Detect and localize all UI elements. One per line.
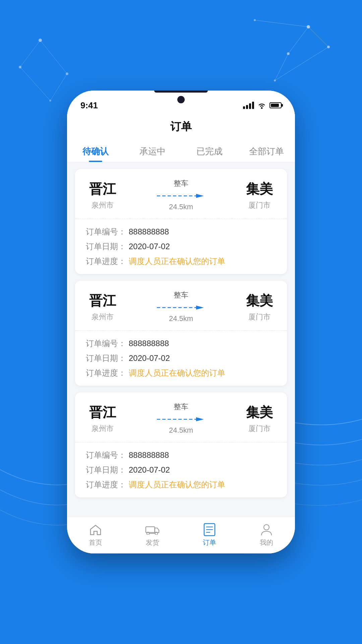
order-list[interactable]: 晋江 泉州市 整车 24.5km 集美 厦门市 bbox=[67, 162, 295, 517]
route-middle: 整车 24.5km bbox=[119, 290, 243, 323]
nav-mine[interactable]: 我的 bbox=[238, 517, 295, 553]
svg-line-18 bbox=[50, 74, 67, 101]
order-route: 晋江 泉州市 整车 24.5km 集美 厦门市 bbox=[75, 392, 287, 442]
status-time: 9:41 bbox=[80, 100, 98, 111]
svg-marker-25 bbox=[196, 417, 204, 421]
status-bar: 9:41 bbox=[67, 91, 295, 114]
svg-point-4 bbox=[254, 19, 256, 21]
wifi-icon bbox=[257, 102, 266, 109]
page-title: 订单 bbox=[67, 119, 295, 134]
status-icons bbox=[243, 102, 282, 109]
order-icon bbox=[202, 523, 217, 536]
svg-point-12 bbox=[19, 66, 21, 68]
order-route: 晋江 泉州市 整车 24.5km 集美 厦门市 bbox=[75, 169, 287, 219]
svg-point-13 bbox=[66, 72, 68, 75]
nav-ship-label: 发货 bbox=[146, 538, 159, 547]
tab-bar: 待确认 承运中 已完成 全部订单 bbox=[67, 140, 295, 162]
tab-all[interactable]: 全部订单 bbox=[238, 140, 295, 162]
tab-shipping[interactable]: 承运中 bbox=[124, 140, 181, 162]
order-date-row: 订单日期： 2020-07-02 bbox=[86, 465, 276, 475]
svg-point-14 bbox=[49, 100, 51, 102]
bottom-nav: 首页 发货 bbox=[67, 517, 295, 553]
phone-notch bbox=[154, 91, 208, 93]
home-icon bbox=[88, 523, 103, 536]
svg-line-8 bbox=[255, 20, 308, 27]
svg-rect-26 bbox=[146, 527, 155, 532]
route-middle: 整车 24.5km bbox=[119, 178, 243, 211]
order-number-row: 订单编号： 888888888 bbox=[86, 450, 276, 461]
profile-icon bbox=[259, 523, 274, 536]
nav-ship[interactable]: 发货 bbox=[124, 517, 181, 553]
svg-line-17 bbox=[20, 67, 50, 101]
order-info: 订单编号： 888888888 订单日期： 2020-07-02 订单进度： 调… bbox=[75, 331, 287, 386]
order-card[interactable]: 晋江 泉州市 整车 24.5km 集美 厦门市 bbox=[75, 169, 287, 274]
svg-point-19 bbox=[261, 107, 263, 109]
route-arrow-icon bbox=[154, 303, 208, 312]
order-date-row: 订单日期： 2020-07-02 bbox=[86, 353, 276, 364]
route-arrow-icon bbox=[154, 191, 208, 201]
svg-point-1 bbox=[307, 25, 310, 29]
nav-order-label: 订单 bbox=[203, 538, 216, 547]
order-status-row: 订单进度： 调度人员正在确认您的订单 bbox=[86, 479, 276, 490]
svg-line-10 bbox=[275, 47, 328, 80]
app-content: 订单 待确认 承运中 已完成 全部订单 bbox=[67, 114, 295, 517]
order-card[interactable]: 晋江 泉州市 整车 24.5km 集美 厦门市 bbox=[75, 281, 287, 386]
svg-marker-23 bbox=[196, 306, 204, 310]
tab-completed[interactable]: 已完成 bbox=[181, 140, 238, 162]
svg-line-9 bbox=[275, 54, 288, 80]
signal-icon bbox=[243, 102, 254, 109]
nav-home-label: 首页 bbox=[89, 538, 102, 547]
route-middle: 整车 24.5km bbox=[119, 402, 243, 435]
to-city: 集美 厦门市 bbox=[243, 403, 276, 434]
order-number-row: 订单编号： 888888888 bbox=[86, 338, 276, 349]
from-city: 晋江 泉州市 bbox=[86, 291, 119, 322]
order-info: 订单编号： 888888888 订单日期： 2020-07-02 订单进度： 调… bbox=[75, 442, 287, 497]
from-city: 晋江 泉州市 bbox=[86, 180, 119, 210]
svg-point-5 bbox=[274, 79, 276, 82]
to-city: 集美 厦门市 bbox=[243, 180, 276, 210]
svg-line-15 bbox=[20, 40, 40, 67]
nav-home[interactable]: 首页 bbox=[67, 517, 124, 553]
to-city: 集美 厦门市 bbox=[243, 291, 276, 322]
app-header: 订单 待确认 承运中 已完成 全部订单 bbox=[67, 114, 295, 162]
nav-order[interactable]: 订单 bbox=[181, 517, 238, 553]
phone-mockup: 9:41 订单 bbox=[67, 91, 295, 553]
order-number-row: 订单编号： 888888888 bbox=[86, 226, 276, 237]
svg-point-3 bbox=[287, 52, 290, 55]
nav-mine-label: 我的 bbox=[260, 538, 273, 547]
svg-point-34 bbox=[264, 525, 269, 530]
order-card[interactable]: 晋江 泉州市 整车 24.5km 集美 厦门市 bbox=[75, 392, 287, 497]
svg-point-11 bbox=[39, 39, 42, 42]
battery-icon bbox=[269, 102, 282, 108]
svg-line-7 bbox=[288, 27, 308, 54]
svg-line-16 bbox=[40, 40, 67, 74]
svg-line-6 bbox=[308, 27, 328, 47]
order-date-row: 订单日期： 2020-07-02 bbox=[86, 241, 276, 252]
from-city: 晋江 泉州市 bbox=[86, 403, 119, 434]
order-status-row: 订单进度： 调度人员正在确认您的订单 bbox=[86, 256, 276, 267]
order-info: 订单编号： 888888888 订单日期： 2020-07-02 订单进度： 调… bbox=[75, 219, 287, 274]
order-status-row: 订单进度： 调度人员正在确认您的订单 bbox=[86, 368, 276, 378]
route-arrow-icon bbox=[154, 415, 208, 424]
truck-icon bbox=[145, 523, 160, 536]
phone-camera bbox=[177, 96, 185, 103]
svg-point-2 bbox=[327, 46, 330, 48]
order-route: 晋江 泉州市 整车 24.5km 集美 厦门市 bbox=[75, 281, 287, 331]
svg-marker-21 bbox=[196, 194, 204, 198]
tab-pending[interactable]: 待确认 bbox=[67, 140, 124, 162]
